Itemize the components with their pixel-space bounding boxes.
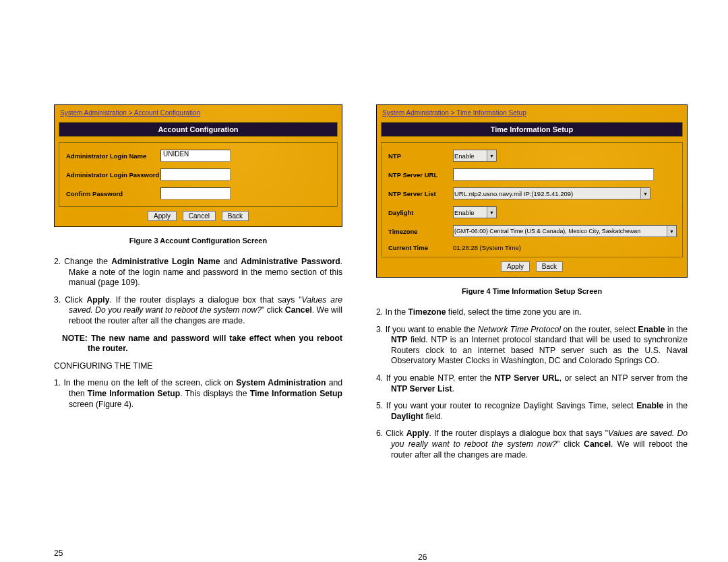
login-name-label: Administrator Login Name [66, 152, 160, 160]
body-text: 2. Change the Administrative Login Name … [54, 257, 342, 410]
chevron-down-icon: ▼ [667, 226, 676, 237]
chevron-down-icon: ▼ [640, 188, 650, 199]
panel-title: Account Configuration [59, 122, 338, 137]
figure-4-caption: Figure 4 Time Information Setup Screen [376, 287, 688, 295]
timezone-select[interactable]: (GMT-06:00) Central Time (US & Canada), … [453, 225, 677, 237]
login-password-input[interactable] [160, 168, 231, 181]
form-area: NTP Enable▼ NTP Server URL NTP Server Li… [381, 142, 683, 257]
apply-button[interactable]: Apply [148, 211, 177, 221]
breadcrumb[interactable]: System Administration > Time Information… [382, 109, 684, 117]
page-25: System Administration > Account Configur… [54, 104, 342, 416]
breadcrumb[interactable]: System Administration > Account Configur… [60, 109, 339, 117]
note: NOTE: The new name and password will tak… [54, 334, 342, 354]
chevron-down-icon: ▼ [487, 207, 496, 218]
timezone-label: Timezone [388, 228, 453, 235]
ntp-label: NTP [388, 152, 453, 160]
cancel-button[interactable]: Cancel [183, 211, 216, 221]
page-26: System Administration > Time Information… [376, 104, 688, 467]
time-info-screenshot: System Administration > Time Information… [376, 104, 688, 278]
back-button[interactable]: Back [536, 261, 563, 272]
apply-button[interactable]: Apply [501, 261, 530, 272]
current-time-value: 01:28:28 (System Time) [453, 244, 521, 251]
back-button[interactable]: Back [222, 211, 249, 221]
ntp-url-input[interactable] [453, 168, 654, 181]
account-config-screenshot: System Administration > Account Configur… [54, 104, 342, 227]
daylight-select[interactable]: Enable▼ [453, 206, 497, 218]
figure-3-caption: Figure 3 Account Configuration Screen [54, 237, 342, 245]
ntp-list-select[interactable]: URL:ntp2.usno.navy.mil IP:(192.5.41.209)… [453, 187, 650, 199]
panel-title: Time Information Setup [381, 122, 683, 137]
confirm-password-label: Confirm Password [66, 190, 160, 197]
form-area: Administrator Login Name UNIDEN Administ… [59, 142, 338, 207]
body-text: 2. In the Timezone field, select the tim… [376, 307, 688, 460]
page-number: 26 [418, 553, 427, 562]
page-number: 25 [54, 549, 63, 558]
daylight-label: Daylight [388, 209, 453, 216]
ntp-list-label: NTP Server List [388, 190, 453, 197]
current-time-label: Current Time [388, 244, 453, 251]
section-heading: CONFIGURING THE TIME [54, 361, 342, 372]
login-password-label: Administrator Login Password [66, 171, 160, 179]
confirm-password-input[interactable] [160, 187, 231, 199]
ntp-url-label: NTP Server URL [388, 171, 453, 179]
login-name-input[interactable]: UNIDEN [160, 150, 231, 162]
chevron-down-icon: ▼ [487, 150, 496, 161]
ntp-select[interactable]: Enable▼ [453, 150, 497, 162]
